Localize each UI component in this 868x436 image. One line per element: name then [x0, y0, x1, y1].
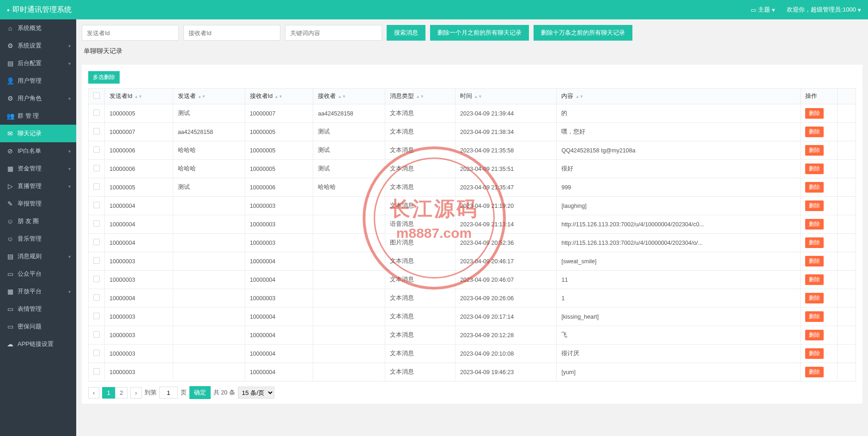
cell-msg-type: 文本消息	[385, 271, 455, 289]
row-delete-button[interactable]: 删除	[805, 348, 824, 359]
cell-time: 2023-04-09 20:52:36	[455, 234, 557, 252]
sidebar-item-13[interactable]: ▤消息规则▾	[0, 248, 76, 265]
cell-time: 2023-04-09 21:35:47	[455, 178, 557, 197]
sidebar-item-14[interactable]: ▭公众平台	[0, 265, 76, 283]
next-page-button[interactable]: ›	[130, 387, 141, 399]
row-checkbox[interactable]	[93, 350, 100, 356]
row-checkbox[interactable]	[93, 313, 100, 319]
cell-time: 2023-04-09 19:46:23	[455, 363, 557, 382]
user-menu[interactable]: 欢迎你，超级管理员:1000 ▾	[787, 6, 861, 14]
sidebar-item-6[interactable]: ✉聊天记录	[0, 125, 76, 142]
table-row: 10000007 aa424528158 10000005 测试 文本消息 20…	[89, 123, 856, 141]
sidebar-item-5[interactable]: 👥群 管 理	[0, 107, 76, 125]
sidebar-item-17[interactable]: ▭密保问题	[0, 318, 76, 335]
sender-id-input[interactable]	[82, 25, 179, 41]
sidebar-item-label: 聊天记录	[18, 129, 42, 138]
row-delete-button[interactable]: 删除	[805, 256, 824, 266]
delete-100k-button[interactable]: 删除十万条之前的所有聊天记录	[534, 25, 632, 41]
sidebar-item-2[interactable]: ▤后台配置▾	[0, 54, 76, 72]
row-delete-button[interactable]: 删除	[805, 219, 824, 230]
row-delete-button[interactable]: 删除	[805, 237, 824, 248]
row-checkbox[interactable]	[93, 276, 100, 282]
multi-delete-button[interactable]: 多选删除	[88, 71, 120, 84]
sidebar-item-label: 表情管理	[18, 305, 42, 313]
row-delete-button[interactable]: 删除	[805, 293, 824, 303]
sort-icon: ▲▼	[198, 95, 206, 98]
row-checkbox[interactable]	[93, 128, 100, 134]
row-delete-button[interactable]: 删除	[805, 145, 824, 156]
chevron-down-icon: ▾	[772, 6, 775, 13]
row-checkbox[interactable]	[93, 331, 100, 338]
sidebar-item-label: 举报管理	[18, 200, 42, 208]
col-receiver-id[interactable]: 接收者Id▲▼	[245, 89, 313, 104]
row-delete-button[interactable]: 删除	[805, 127, 824, 137]
page-button-2[interactable]: 2	[115, 387, 127, 399]
sidebar-item-18[interactable]: ☁APP链接设置	[0, 335, 76, 353]
search-button[interactable]: 搜索消息	[387, 25, 425, 41]
sidebar-item-1[interactable]: ⚙系统设置▾	[0, 37, 76, 54]
col-msg-type[interactable]: 消息类型▲▼	[385, 89, 455, 104]
sort-icon: ▲▼	[338, 95, 346, 98]
sidebar-item-label: 消息规则	[18, 252, 42, 260]
sidebar-item-7[interactable]: ⊘IP白名单▾	[0, 142, 76, 160]
theme-label: 主题	[758, 6, 770, 14]
cell-receiver	[313, 345, 385, 363]
row-checkbox[interactable]	[93, 294, 100, 301]
row-checkbox[interactable]	[93, 109, 100, 116]
row-checkbox[interactable]	[93, 220, 100, 227]
row-checkbox[interactable]	[93, 183, 100, 190]
row-checkbox[interactable]	[93, 165, 100, 171]
row-delete-button[interactable]: 删除	[805, 330, 824, 340]
page-size-select[interactable]: 15 条/页	[238, 387, 274, 399]
row-checkbox[interactable]	[93, 202, 100, 208]
prev-page-button[interactable]: ‹	[88, 387, 99, 399]
sidebar-item-4[interactable]: ⚙用户角色▾	[0, 90, 76, 107]
sidebar-item-3[interactable]: 👤用户管理	[0, 72, 76, 90]
cell-sender	[173, 234, 245, 252]
sidebar-item-label: 用户角色	[18, 94, 42, 103]
theme-switcher[interactable]: ▭ 主题 ▾	[751, 6, 775, 14]
col-receiver[interactable]: 接收者▲▼	[313, 89, 385, 104]
delete-month-button[interactable]: 删除一个月之前的所有聊天记录	[430, 25, 529, 41]
row-delete-button[interactable]: 删除	[805, 311, 824, 322]
row-delete-button[interactable]: 删除	[805, 367, 824, 377]
cell-msg-type: 文本消息	[385, 289, 455, 308]
row-delete-button[interactable]: 删除	[805, 108, 824, 119]
keyword-input[interactable]	[285, 25, 382, 41]
row-delete-button[interactable]: 删除	[805, 164, 824, 174]
cell-sender-id: 10000003	[105, 271, 173, 289]
row-checkbox[interactable]	[93, 239, 100, 245]
col-content[interactable]: 内容▲▼	[557, 89, 801, 104]
menu-icon: ▷	[6, 182, 14, 190]
row-checkbox[interactable]	[93, 146, 100, 153]
sidebar-item-12[interactable]: ☺音乐管理	[0, 230, 76, 248]
sidebar-item-15[interactable]: ▦开放平台▾	[0, 283, 76, 300]
cell-receiver: 测试	[313, 123, 385, 141]
cell-sender	[173, 215, 245, 234]
cell-sender: 测试	[173, 104, 245, 123]
row-delete-button[interactable]: 删除	[805, 182, 824, 193]
col-sender[interactable]: 发送者▲▼	[173, 89, 245, 104]
sidebar-item-11[interactable]: ☺朋 友 圈	[0, 212, 76, 230]
col-sender-id[interactable]: 发送者Id▲▼	[105, 89, 173, 104]
receiver-id-input[interactable]	[183, 25, 280, 41]
sidebar-item-10[interactable]: ✎举报管理	[0, 195, 76, 212]
row-checkbox[interactable]	[93, 257, 100, 264]
row-delete-button[interactable]: 删除	[805, 274, 824, 285]
col-time[interactable]: 时间▲▼	[455, 89, 557, 104]
select-all-checkbox[interactable]	[93, 92, 100, 99]
goto-confirm-button[interactable]: 确定	[189, 386, 211, 399]
page-button-1[interactable]: 1	[102, 387, 115, 399]
row-delete-button[interactable]: 删除	[805, 200, 824, 211]
cell-receiver	[313, 363, 385, 382]
sidebar-item-8[interactable]: ▦资金管理▾	[0, 160, 76, 177]
cell-content: 的	[557, 104, 801, 123]
page-number-input[interactable]	[159, 387, 178, 399]
sidebar-item-label: 资金管理	[18, 164, 42, 173]
sort-icon: ▲▼	[474, 95, 482, 98]
row-checkbox[interactable]	[93, 368, 100, 375]
sidebar-item-16[interactable]: ▭表情管理	[0, 300, 76, 318]
cell-msg-type: 文本消息	[385, 141, 455, 160]
sidebar-item-0[interactable]: ⌂系统概览	[0, 19, 76, 37]
sidebar-item-9[interactable]: ▷直播管理▾	[0, 177, 76, 195]
